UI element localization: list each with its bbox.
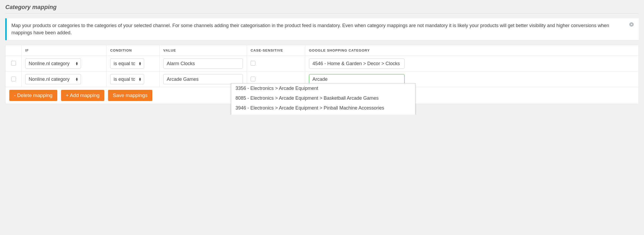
value-input[interactable]: [163, 74, 243, 84]
notice-text: Map your products or categories to the c…: [11, 22, 624, 36]
gsc-input[interactable]: [309, 74, 405, 84]
value-cell: [160, 56, 247, 72]
close-icon[interactable]: [629, 22, 634, 27]
autocomplete-option[interactable]: 3946 - Electronics > Arcade Equipment > …: [231, 103, 415, 113]
delete-mapping-button[interactable]: - Delete mapping: [9, 90, 57, 101]
header-if: IF: [22, 45, 106, 56]
autocomplete-option[interactable]: 3140 - Electronics > Arcade Equipment > …: [231, 113, 415, 115]
add-mapping-button[interactable]: + Add mapping: [61, 90, 104, 101]
value-input[interactable]: [163, 58, 243, 69]
row-select-checkbox[interactable]: [11, 77, 16, 81]
autocomplete-dropdown: 3356 - Electronics > Arcade Equipment 80…: [231, 83, 415, 115]
if-cell: Nonline.nl category ▲▼: [22, 72, 106, 87]
gsc-cell: [305, 56, 639, 72]
row-select-checkbox[interactable]: [11, 61, 16, 66]
if-cell: Nonline.nl category ▲▼: [22, 56, 106, 72]
header-value: VALUE: [160, 45, 247, 56]
info-notice: Map your products or categories to the c…: [5, 18, 639, 40]
header-condition: CONDITION: [106, 45, 160, 56]
condition-cell: is equal to ▲▼: [106, 56, 160, 72]
header-gsc: GOOGLE SHOPPING CATEGORY: [305, 45, 639, 56]
section-title: Category mapping: [5, 2, 639, 14]
condition-select[interactable]: is equal to: [110, 58, 144, 69]
autocomplete-option[interactable]: 8085 - Electronics > Arcade Equipment > …: [231, 93, 415, 103]
row-select-cell: [6, 56, 22, 72]
condition-select[interactable]: is equal to: [110, 74, 144, 84]
gsc-input[interactable]: [309, 58, 405, 69]
if-select[interactable]: Nonline.nl category: [25, 74, 81, 84]
row-select-cell: [6, 72, 22, 87]
case-sensitive-checkbox[interactable]: [251, 77, 255, 81]
if-select[interactable]: Nonline.nl category: [25, 58, 81, 69]
case-sensitive-cell: [247, 56, 305, 72]
save-mappings-button[interactable]: Save mappings: [108, 90, 152, 101]
gsc-cell: 3356 - Electronics > Arcade Equipment 80…: [305, 72, 639, 87]
table-header-row: IF CONDITION VALUE CASE-SENSITIVE GOOGLE…: [6, 45, 639, 56]
case-sensitive-checkbox[interactable]: [251, 61, 255, 66]
condition-cell: is equal to ▲▼: [106, 72, 160, 87]
autocomplete-option[interactable]: 3356 - Electronics > Arcade Equipment: [231, 83, 415, 93]
mapping-table: IF CONDITION VALUE CASE-SENSITIVE GOOGLE…: [5, 45, 639, 104]
table-row: Nonline.nl category ▲▼ is equal to ▲▼: [6, 72, 639, 87]
table-row: Nonline.nl category ▲▼ is equal to ▲▼: [6, 56, 639, 72]
header-checkbox: [6, 45, 22, 56]
header-case-sensitive: CASE-SENSITIVE: [247, 45, 305, 56]
